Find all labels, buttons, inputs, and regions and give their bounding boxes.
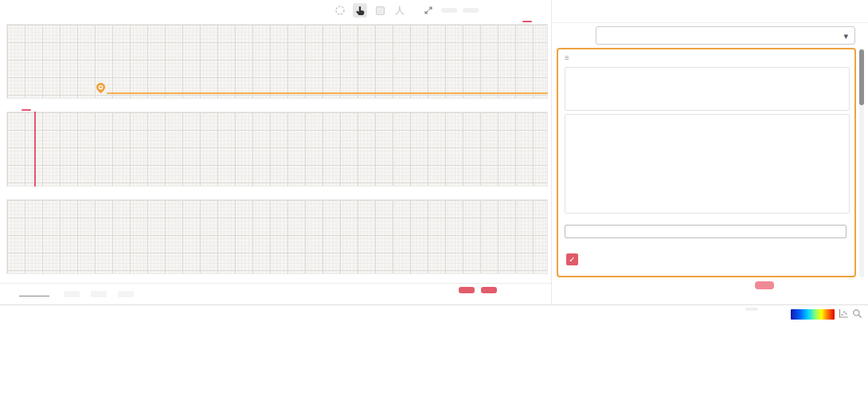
recalculate-button[interactable] <box>755 281 774 289</box>
ecg-strip-1[interactable] <box>6 24 548 99</box>
ecg-status-bar <box>0 283 551 304</box>
block-size-button[interactable] <box>441 8 457 13</box>
af-polar-chart <box>565 114 850 214</box>
polar-chart-svg <box>565 115 847 211</box>
panel-scrollbar[interactable] <box>859 48 864 277</box>
bpm-scale-button[interactable] <box>745 308 758 311</box>
drag-handle-icon[interactable]: ≡ <box>565 53 569 62</box>
mini-ecg-waveform <box>565 68 847 108</box>
card-header: ≡ <box>565 53 573 62</box>
block-next-badge <box>22 109 31 111</box>
memo-input[interactable] <box>565 225 846 238</box>
af-waveform-card[interactable]: ≡ ✓ <box>557 48 856 277</box>
holter-analysis-app: 人 <box>0 0 868 420</box>
expand-icon[interactable] <box>421 3 436 18</box>
block-boundary-line <box>34 112 36 186</box>
lasso-select-icon[interactable] <box>333 3 347 18</box>
ecg-strip-3[interactable] <box>6 199 548 274</box>
ecg-strip-2[interactable] <box>6 112 548 186</box>
side-panel-tabs <box>552 0 868 23</box>
hand-pan-icon[interactable] <box>353 3 367 18</box>
unanalyzed-chip <box>118 291 134 297</box>
ecg-waveform-1 <box>7 25 549 100</box>
scrollbar-thumb[interactable] <box>859 49 864 105</box>
mini-ecg-preview <box>565 67 850 111</box>
block-end-badge <box>522 21 532 22</box>
af-selection-pin[interactable] <box>96 82 105 96</box>
sort-dropdown[interactable]: ▾ <box>596 26 855 45</box>
zoom-search-icon[interactable] <box>852 308 864 320</box>
ecg-waveform-3 <box>7 200 549 275</box>
sinus-count-chip <box>91 291 107 297</box>
selected-waveform-range-line <box>107 92 548 94</box>
rhythm-classification-strip[interactable] <box>16 387 864 394</box>
report-checkbox[interactable]: ✓ <box>566 253 578 265</box>
hr-trend-heatmap[interactable] <box>16 319 864 387</box>
scatter-chart-icon[interactable] <box>838 308 850 320</box>
af-count-chip <box>64 291 80 297</box>
report-checkbox-row: ✓ <box>566 253 583 265</box>
back-button[interactable] <box>459 287 475 293</box>
chevron-down-icon: ▾ <box>843 27 848 45</box>
ecg-toolbar: 人 <box>333 2 549 19</box>
annotation-box-icon[interactable] <box>373 3 387 18</box>
section-divider <box>0 304 868 305</box>
ecg-waveform-2 <box>7 112 549 187</box>
rr-interval-button[interactable] <box>463 8 479 13</box>
tab-list <box>567 0 839 22</box>
forward-button[interactable] <box>481 287 497 293</box>
panel-divider <box>551 0 552 304</box>
block-counter <box>16 292 53 296</box>
caliper-icon[interactable]: 人 <box>393 3 407 18</box>
block-number-input[interactable] <box>19 292 49 296</box>
